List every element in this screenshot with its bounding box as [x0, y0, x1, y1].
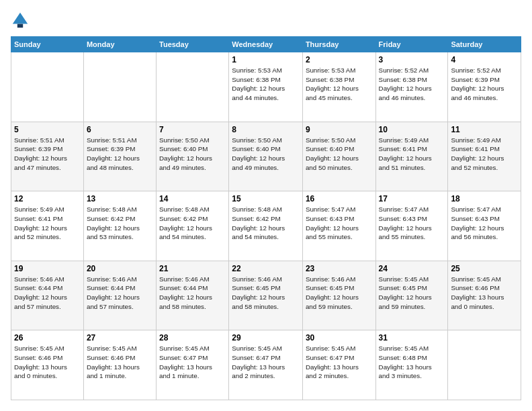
calendar-cell: 23Sunrise: 5:46 AM Sunset: 6:45 PM Dayli… — [302, 261, 375, 330]
svg-marker-1 — [13, 13, 28, 24]
calendar-header-sunday: Sunday — [11, 37, 84, 52]
day-info: Sunrise: 5:48 AM Sunset: 6:42 PM Dayligh… — [232, 205, 300, 242]
calendar-header-tuesday: Tuesday — [157, 37, 229, 52]
header — [11, 11, 521, 30]
day-number: 30 — [306, 333, 373, 342]
calendar-header-friday: Friday — [375, 37, 448, 52]
calendar-cell: 15Sunrise: 5:48 AM Sunset: 6:42 PM Dayli… — [229, 191, 303, 261]
calendar-cell: 20Sunrise: 5:46 AM Sunset: 6:44 PM Dayli… — [83, 261, 156, 330]
calendar-cell: 7Sunrise: 5:50 AM Sunset: 6:40 PM Daylig… — [157, 122, 229, 191]
calendar-week-0: 1Sunrise: 5:53 AM Sunset: 6:38 PM Daylig… — [11, 52, 521, 122]
day-info: Sunrise: 5:50 AM Sunset: 6:40 PM Dayligh… — [159, 136, 226, 173]
day-info: Sunrise: 5:51 AM Sunset: 6:39 PM Dayligh… — [14, 136, 81, 173]
calendar-cell: 21Sunrise: 5:46 AM Sunset: 6:44 PM Dayli… — [157, 261, 229, 330]
calendar-cell — [157, 52, 229, 122]
day-info: Sunrise: 5:46 AM Sunset: 6:44 PM Dayligh… — [159, 275, 226, 312]
day-number: 4 — [451, 55, 518, 64]
calendar-cell: 25Sunrise: 5:45 AM Sunset: 6:46 PM Dayli… — [448, 261, 521, 330]
day-info: Sunrise: 5:49 AM Sunset: 6:41 PM Dayligh… — [14, 205, 81, 242]
day-number: 8 — [232, 125, 300, 134]
day-info: Sunrise: 5:52 AM Sunset: 6:38 PM Dayligh… — [379, 66, 445, 103]
calendar-header-saturday: Saturday — [448, 37, 521, 52]
calendar-cell: 18Sunrise: 5:47 AM Sunset: 6:43 PM Dayli… — [448, 191, 521, 261]
day-info: Sunrise: 5:45 AM Sunset: 6:46 PM Dayligh… — [14, 344, 81, 381]
calendar-cell: 24Sunrise: 5:45 AM Sunset: 6:45 PM Dayli… — [375, 261, 448, 330]
day-info: Sunrise: 5:45 AM Sunset: 6:47 PM Dayligh… — [232, 344, 300, 381]
logo — [11, 11, 32, 30]
day-info: Sunrise: 5:50 AM Sunset: 6:40 PM Dayligh… — [306, 136, 373, 173]
calendar-week-4: 26Sunrise: 5:45 AM Sunset: 6:46 PM Dayli… — [11, 330, 521, 400]
day-number: 21 — [159, 264, 226, 273]
calendar-cell — [11, 52, 84, 122]
calendar-header-monday: Monday — [83, 37, 156, 52]
calendar-header-wednesday: Wednesday — [229, 37, 303, 52]
calendar-cell: 4Sunrise: 5:52 AM Sunset: 6:39 PM Daylig… — [448, 52, 521, 122]
calendar-week-2: 12Sunrise: 5:49 AM Sunset: 6:41 PM Dayli… — [11, 191, 521, 261]
calendar-table: SundayMondayTuesdayWednesdayThursdayFrid… — [11, 36, 521, 400]
day-number: 16 — [306, 194, 373, 203]
day-number: 11 — [451, 125, 518, 134]
calendar-cell: 19Sunrise: 5:46 AM Sunset: 6:44 PM Dayli… — [11, 261, 84, 330]
day-number: 29 — [232, 333, 300, 342]
day-info: Sunrise: 5:50 AM Sunset: 6:40 PM Dayligh… — [232, 136, 300, 173]
calendar-cell: 6Sunrise: 5:51 AM Sunset: 6:39 PM Daylig… — [83, 122, 156, 191]
calendar-cell: 27Sunrise: 5:45 AM Sunset: 6:46 PM Dayli… — [83, 330, 156, 400]
day-info: Sunrise: 5:46 AM Sunset: 6:45 PM Dayligh… — [232, 275, 300, 312]
calendar-cell: 16Sunrise: 5:47 AM Sunset: 6:43 PM Dayli… — [302, 191, 375, 261]
day-number: 23 — [306, 264, 373, 273]
day-number: 6 — [87, 125, 153, 134]
calendar-cell: 5Sunrise: 5:51 AM Sunset: 6:39 PM Daylig… — [11, 122, 84, 191]
page: SundayMondayTuesdayWednesdayThursdayFrid… — [0, 0, 532, 411]
calendar-cell: 26Sunrise: 5:45 AM Sunset: 6:46 PM Dayli… — [11, 330, 84, 400]
day-info: Sunrise: 5:47 AM Sunset: 6:43 PM Dayligh… — [306, 205, 373, 242]
svg-rect-2 — [17, 24, 23, 28]
day-number: 15 — [232, 194, 300, 203]
day-number: 26 — [14, 333, 81, 342]
calendar-cell: 31Sunrise: 5:45 AM Sunset: 6:48 PM Dayli… — [375, 330, 448, 400]
day-info: Sunrise: 5:48 AM Sunset: 6:42 PM Dayligh… — [159, 205, 226, 242]
calendar-week-1: 5Sunrise: 5:51 AM Sunset: 6:39 PM Daylig… — [11, 122, 521, 191]
day-info: Sunrise: 5:48 AM Sunset: 6:42 PM Dayligh… — [87, 205, 153, 242]
day-number: 2 — [306, 55, 373, 64]
day-number: 28 — [159, 333, 226, 342]
day-number: 14 — [159, 194, 226, 203]
day-info: Sunrise: 5:47 AM Sunset: 6:43 PM Dayligh… — [379, 205, 445, 242]
day-info: Sunrise: 5:46 AM Sunset: 6:44 PM Dayligh… — [87, 275, 153, 312]
calendar-cell: 28Sunrise: 5:45 AM Sunset: 6:47 PM Dayli… — [157, 330, 229, 400]
day-info: Sunrise: 5:53 AM Sunset: 6:38 PM Dayligh… — [306, 66, 373, 103]
day-number: 7 — [159, 125, 226, 134]
day-number: 17 — [379, 194, 445, 203]
calendar-cell: 2Sunrise: 5:53 AM Sunset: 6:38 PM Daylig… — [302, 52, 375, 122]
day-info: Sunrise: 5:45 AM Sunset: 6:45 PM Dayligh… — [379, 275, 445, 312]
calendar-cell — [83, 52, 156, 122]
calendar-cell: 29Sunrise: 5:45 AM Sunset: 6:47 PM Dayli… — [229, 330, 303, 400]
calendar-header-thursday: Thursday — [302, 37, 375, 52]
calendar-cell: 1Sunrise: 5:53 AM Sunset: 6:38 PM Daylig… — [229, 52, 303, 122]
calendar-cell: 12Sunrise: 5:49 AM Sunset: 6:41 PM Dayli… — [11, 191, 84, 261]
calendar-cell: 10Sunrise: 5:49 AM Sunset: 6:41 PM Dayli… — [375, 122, 448, 191]
calendar-cell: 14Sunrise: 5:48 AM Sunset: 6:42 PM Dayli… — [157, 191, 229, 261]
day-number: 18 — [451, 194, 518, 203]
calendar-cell: 9Sunrise: 5:50 AM Sunset: 6:40 PM Daylig… — [302, 122, 375, 191]
calendar-cell: 30Sunrise: 5:45 AM Sunset: 6:47 PM Dayli… — [302, 330, 375, 400]
calendar-cell: 13Sunrise: 5:48 AM Sunset: 6:42 PM Dayli… — [83, 191, 156, 261]
day-info: Sunrise: 5:45 AM Sunset: 6:46 PM Dayligh… — [451, 275, 518, 312]
day-info: Sunrise: 5:45 AM Sunset: 6:46 PM Dayligh… — [87, 344, 153, 381]
day-number: 22 — [232, 264, 300, 273]
day-info: Sunrise: 5:46 AM Sunset: 6:45 PM Dayligh… — [306, 275, 373, 312]
calendar-cell: 3Sunrise: 5:52 AM Sunset: 6:38 PM Daylig… — [375, 52, 448, 122]
day-info: Sunrise: 5:46 AM Sunset: 6:44 PM Dayligh… — [14, 275, 81, 312]
day-info: Sunrise: 5:47 AM Sunset: 6:43 PM Dayligh… — [451, 205, 518, 242]
day-number: 12 — [14, 194, 81, 203]
day-info: Sunrise: 5:45 AM Sunset: 6:47 PM Dayligh… — [159, 344, 226, 381]
day-number: 25 — [451, 264, 518, 273]
day-info: Sunrise: 5:51 AM Sunset: 6:39 PM Dayligh… — [87, 136, 153, 173]
calendar-cell — [448, 330, 521, 400]
day-number: 10 — [379, 125, 445, 134]
calendar-header-row: SundayMondayTuesdayWednesdayThursdayFrid… — [11, 37, 521, 52]
day-number: 31 — [379, 333, 445, 342]
calendar-cell: 22Sunrise: 5:46 AM Sunset: 6:45 PM Dayli… — [229, 261, 303, 330]
day-info: Sunrise: 5:52 AM Sunset: 6:39 PM Dayligh… — [451, 66, 518, 103]
day-number: 19 — [14, 264, 81, 273]
day-number: 13 — [87, 194, 153, 203]
